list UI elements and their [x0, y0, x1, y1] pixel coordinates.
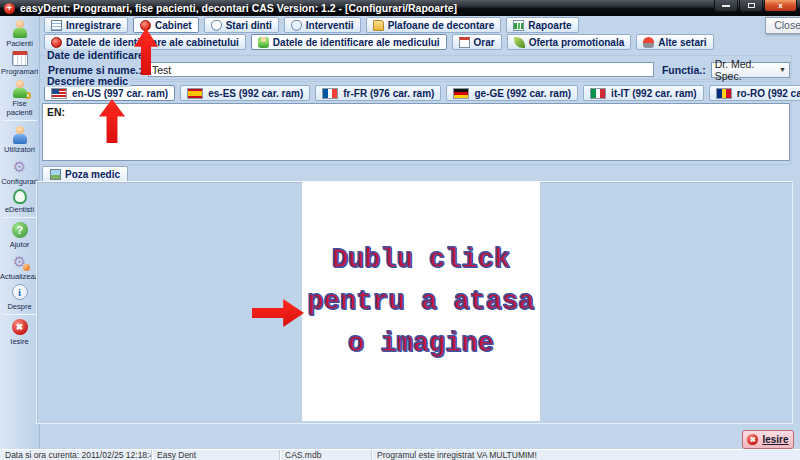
sidebar-item-iesire[interactable]: ✖ Iesire	[0, 319, 39, 346]
tooth-icon	[291, 20, 302, 31]
subtab-orar[interactable]: Orar	[452, 34, 502, 50]
langtab-es-es[interactable]: es-ES (992 car. ram)	[180, 85, 310, 101]
sidebar-item-edentisti[interactable]: eDentisti	[0, 189, 39, 214]
window-title: easyDent: Programari, fise pacienti, dec…	[20, 2, 457, 14]
langtab-it-it[interactable]: it-IT (992 car. ram)	[583, 85, 704, 101]
tooth-icon	[211, 20, 222, 31]
langtab-ge-ge[interactable]: ge-GE (992 car. ram)	[446, 85, 578, 101]
doctor-icon	[258, 37, 269, 48]
tab-poza-medic[interactable]: Poza medic	[42, 166, 128, 181]
placeholder-line: o imagine	[348, 323, 494, 365]
gears-icon: ⚙	[10, 157, 30, 177]
pin-icon	[643, 37, 654, 48]
sidebar-item-ajutor[interactable]: ? Ajutor	[0, 222, 39, 249]
sidebar-separator	[2, 217, 37, 218]
tab-stari-dinti[interactable]: Stari dinti	[204, 17, 279, 33]
sidebar-separator	[2, 314, 37, 315]
minimize-button[interactable]	[714, 0, 738, 12]
langtab-en-us[interactable]: en-US (997 car. ram)	[44, 85, 175, 101]
leaf-icon	[514, 37, 525, 48]
close-button[interactable]: x	[764, 0, 797, 12]
tab-interventii[interactable]: Interventii	[284, 17, 361, 33]
calendar-icon	[459, 37, 470, 48]
placeholder-line: Dublu click	[332, 239, 510, 281]
description-textarea[interactable]: EN:	[42, 103, 790, 161]
name-label: Prenume si nume.:	[48, 64, 142, 76]
title-bar: + easyDent: Programari, fise pacienti, d…	[0, 0, 800, 16]
update-gear-icon: ⚙	[10, 252, 30, 272]
sidebar-item-configurari[interactable]: ⚙ Configurari	[0, 157, 39, 186]
sidebar-item-pacienti[interactable]: Pacienti	[0, 19, 39, 48]
sidebar: Pacienti Programari Fise pacienti Utiliz…	[0, 16, 40, 449]
langtab-ro-ro[interactable]: ro-RO (992 car. ram)	[709, 85, 800, 101]
subtab-date-medic[interactable]: Datele de identificare ale medicului	[251, 34, 447, 50]
chevron-down-icon: ▼	[779, 66, 786, 73]
user-icon	[10, 125, 30, 145]
language-tab-bar: en-US (997 car. ram) es-ES (992 car. ram…	[44, 85, 800, 101]
form-icon	[51, 20, 62, 31]
tab-cabinet[interactable]: Cabinet	[133, 17, 199, 33]
status-database: CAS.mdb	[280, 450, 372, 460]
cabinet-sphere-icon	[51, 37, 62, 48]
exit-x-icon: ✖	[747, 434, 758, 445]
identification-group-label: Date de identificare	[44, 49, 147, 61]
spain-flag-icon	[187, 88, 203, 99]
subtab-alte-setari[interactable]: Alte setari	[636, 34, 713, 50]
tooth-icon	[13, 189, 27, 204]
exit-button[interactable]: ✖ Iesire	[742, 430, 794, 449]
app-logo-icon: +	[4, 3, 15, 14]
calendar-icon	[12, 51, 28, 66]
tab-rapoarte[interactable]: Rapoarte	[506, 17, 578, 33]
italy-flag-icon	[590, 88, 606, 99]
close-tooltip: Close	[765, 17, 800, 34]
identification-field-row: Prenume si nume.: Functia.: Dr. Med. Spe…	[48, 61, 790, 78]
sidebar-item-fise-pacienti[interactable]: Fise pacienti	[0, 79, 39, 117]
folder-icon	[373, 20, 384, 31]
info-icon: i	[12, 284, 28, 300]
patient-search-icon	[10, 79, 30, 99]
sidebar-separator	[2, 120, 37, 121]
patient-icon	[10, 19, 30, 39]
subtab-oferta-promotionala[interactable]: Oferta promotionala	[507, 34, 632, 50]
status-registration: Programul este inregistrat VA MULTUMIM!	[372, 450, 800, 460]
france-flag-icon	[322, 88, 338, 99]
sidebar-item-despre[interactable]: i Despre	[0, 284, 39, 311]
placeholder-line: pentru a atasa	[308, 281, 535, 323]
maximize-button[interactable]	[739, 0, 763, 12]
chart-icon	[513, 20, 524, 31]
main-tab-bar: Inregistrare Cabinet Stari dinti Interve…	[44, 17, 579, 33]
tab-plafoane-de-decontare[interactable]: Plafoane de decontare	[366, 17, 502, 33]
us-flag-icon	[51, 88, 67, 99]
status-app-name: Easy Dent	[152, 450, 280, 460]
germany-flag-icon	[453, 88, 469, 99]
tab-inregistrare[interactable]: Inregistrare	[44, 17, 128, 33]
sidebar-item-actualizeaza[interactable]: ⚙ Actualizeaza	[0, 252, 39, 281]
picture-icon	[50, 169, 61, 180]
magnifier-icon	[24, 92, 31, 99]
help-icon: ?	[12, 222, 28, 238]
romania-flag-icon	[716, 88, 732, 99]
function-select[interactable]: Dr. Med. Spec. ▼	[711, 62, 790, 78]
name-input[interactable]	[148, 62, 654, 77]
langtab-fr-fr[interactable]: fr-FR (976 car. ram)	[315, 85, 441, 101]
description-group-label: Descriere medic	[44, 75, 131, 87]
photo-placeholder[interactable]: Dublu click pentru a atasa o imagine	[302, 182, 540, 421]
sidebar-item-utilizatori[interactable]: Utilizatori	[0, 125, 39, 154]
exit-icon: ✖	[12, 319, 28, 335]
status-bar: Data si ora curenta: 2011/02/25 12:18:45…	[0, 449, 800, 460]
function-label: Functia.:	[662, 64, 706, 76]
status-datetime: Data si ora curenta: 2011/02/25 12:18:45	[0, 450, 152, 460]
sidebar-item-programari[interactable]: Programari	[0, 51, 39, 76]
